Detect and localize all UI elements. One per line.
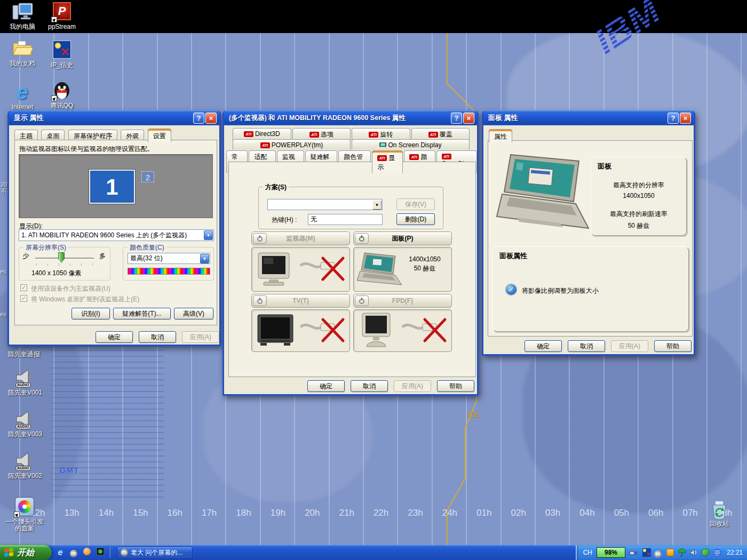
desktop-icon-movie[interactable]: 一个馒头引发 的血案 <box>0 497 49 532</box>
help-button[interactable]: 帮助 <box>654 340 692 352</box>
idl-label: IDL <box>467 410 482 419</box>
desktop-icon-ppstream[interactable]: P ppStream <box>42 2 82 30</box>
chevron-down-icon[interactable]: ▼ <box>204 230 213 240</box>
ok-button[interactable]: 确定 <box>525 340 562 352</box>
help-button[interactable]: ? <box>193 113 204 124</box>
close-button[interactable]: × <box>680 113 691 124</box>
tab-properties[interactable]: 属性 <box>489 129 512 142</box>
window-title: (多个监视器) 和 ATI MOBILITY RADEON 9600 Serie… <box>227 114 450 123</box>
desktop-icon-audio-v002[interactable]: AUDIO 陈先奎V002 <box>1 451 49 479</box>
ati-logo-icon: ATI <box>260 142 270 148</box>
close-button[interactable]: × <box>463 113 474 124</box>
title-bar[interactable]: (多个监视器) 和 ATI MOBILITY RADEON 9600 Serie… <box>224 110 477 125</box>
tab-rotation[interactable]: ATI旋转 <box>352 128 410 140</box>
monitor-1-box[interactable]: 1 <box>89 170 135 204</box>
desktop-icon-chen-report[interactable]: 陈先奎通报 <box>0 350 48 358</box>
desktop-icon-my-documents[interactable]: 我的文档 <box>2 39 43 67</box>
monitor-toggle-header[interactable]: 监视器(M) <box>251 231 350 245</box>
tab-powerplay[interactable]: ATIPOWERPLAY(tm) <box>233 139 351 150</box>
help-button[interactable]: ? <box>667 113 679 124</box>
save-button[interactable]: 保存(V) <box>396 198 435 210</box>
icon-label: 的血案 <box>0 525 49 532</box>
identify-button[interactable]: 识别(I) <box>71 308 110 319</box>
title-bar[interactable]: 显示 属性 ? × <box>9 110 219 125</box>
panel-section: 747x560 50 赫兹 <box>353 247 452 292</box>
scale-to-panel-checkbox[interactable]: ✓ <box>506 284 516 295</box>
quicklaunch-pplive-icon[interactable]: m <box>69 548 78 557</box>
ip-messenger-tray-icon[interactable]: ✕ <box>642 548 651 557</box>
antivirus-tray-icon[interactable] <box>701 548 710 557</box>
start-button[interactable]: 开始 <box>0 545 52 560</box>
flat-panel-image <box>359 312 394 348</box>
color-quality-combobox[interactable]: 最高(32 位) ▼ <box>128 253 210 264</box>
power-button-icon[interactable] <box>253 295 267 306</box>
delete-button[interactable]: 删除(D) <box>396 213 435 225</box>
advanced-button[interactable]: 高级(V) <box>174 308 213 319</box>
apply-button[interactable]: 应用(A) <box>611 340 648 352</box>
close-button[interactable]: × <box>205 113 217 124</box>
icon-label: 我的电脑 <box>2 23 43 30</box>
volume-tray-icon[interactable] <box>689 548 698 557</box>
power-button-icon[interactable] <box>253 233 267 244</box>
cancel-button[interactable]: 取消 <box>139 331 176 343</box>
battery-indicator[interactable]: 98% <box>597 547 625 558</box>
chevron-down-icon[interactable]: ▼ <box>372 200 382 210</box>
clock[interactable]: 22:21 <box>727 549 743 556</box>
group-label: 面板 <box>598 162 611 171</box>
power-button-icon[interactable] <box>355 295 369 306</box>
tab-on-screen-display[interactable]: On Screen Display <box>352 139 470 150</box>
umbrella-tray-icon[interactable] <box>678 548 686 557</box>
title-bar[interactable]: 面板 属性 ? × <box>483 110 694 125</box>
cancel-button[interactable]: 取消 <box>351 380 388 392</box>
qq-tray-icon[interactable] <box>666 548 674 557</box>
scheme-combobox[interactable]: ▼ <box>267 199 383 210</box>
desktop-icon-audio-v003[interactable]: AUDIO 陈先奎V003 <box>1 410 49 438</box>
desktop-icon-qq[interactable]: 腾讯QQ <box>42 81 82 109</box>
quicklaunch-messenger-icon[interactable] <box>82 548 92 557</box>
monitor-2-box[interactable]: 2 <box>141 171 154 182</box>
tab-direct3d[interactable]: ATIDirect3D <box>233 128 291 140</box>
primary-monitor-checkbox[interactable]: ✓ <box>20 284 27 291</box>
help-button[interactable]: ? <box>451 113 462 124</box>
desktop-icon-internet[interactable]: e Internet <box>2 83 43 111</box>
resolution-slider-thumb[interactable] <box>58 252 65 263</box>
resolution-groupbox: 屏幕分辨率(S) 少 多 747 x 560 像素 <box>19 247 110 281</box>
timezone-label: 22h <box>364 508 398 518</box>
task-button-chat[interactable]: m 老大 问个屏幕的... <box>117 547 193 559</box>
display-device-combobox[interactable]: 1. ATI MOBILITY RADEON 9600 Series 上的 (多… <box>19 229 214 241</box>
tab-settings[interactable]: 设置 <box>148 129 171 142</box>
tab-overlay[interactable]: ATI覆盖 <box>411 128 470 140</box>
quicklaunch-ie-icon[interactable]: e <box>55 548 65 557</box>
ok-button[interactable]: 确定 <box>96 331 133 343</box>
language-indicator[interactable]: CH <box>583 549 592 556</box>
resolution-slider-track[interactable] <box>35 258 94 259</box>
help-button[interactable]: 帮助 <box>437 380 474 392</box>
apply-button[interactable]: 应用(A) <box>394 380 431 392</box>
hotkey-input[interactable] <box>308 214 383 225</box>
icon-label: 陈先奎通报 <box>0 351 48 358</box>
recycle-bin-icon <box>709 499 730 519</box>
desktop-icon-recycle-bin[interactable]: 回收站 <box>699 499 740 527</box>
resolution-value: 747 x 560 像素 <box>31 269 81 278</box>
ok-button[interactable]: 确定 <box>307 380 345 392</box>
extend-desktop-checkbox[interactable]: ✓ <box>20 295 27 302</box>
fpd-toggle-header[interactable]: FPD(F) <box>353 294 452 308</box>
tab-displays[interactable]: ATI显示 <box>372 150 403 173</box>
troubleshoot-button[interactable]: 疑难解答(T)... <box>113 308 171 319</box>
panel-toggle-header[interactable]: 面板(P) <box>353 231 452 245</box>
desktop-icon-my-computer[interactable]: 我的电脑 <box>2 2 43 30</box>
slider-ticks <box>36 263 93 266</box>
cancel-button[interactable]: 取消 <box>568 340 605 352</box>
tab-options[interactable]: ATI选项 <box>292 128 351 140</box>
clipped-label-fragment: 不 <box>1 188 6 196</box>
desktop-icon-audio-v001[interactable]: AUDIO 陈先奎V001 <box>1 368 49 396</box>
network-tray-icon[interactable] <box>713 548 721 557</box>
chevron-down-icon[interactable]: ▼ <box>200 254 209 263</box>
power-button-icon[interactable] <box>355 233 369 244</box>
panel-mode-text: 747x560 50 赫兹 <box>402 255 447 273</box>
quicklaunch-media-icon[interactable] <box>96 548 105 557</box>
apply-button[interactable]: 应用(A) <box>182 331 219 343</box>
desktop-icon-ip-history[interactable]: ✕ IP_信史 <box>42 41 82 69</box>
tv-toggle-header[interactable]: TV(T) <box>251 294 350 308</box>
pplive-tray-icon[interactable]: m <box>654 548 663 557</box>
